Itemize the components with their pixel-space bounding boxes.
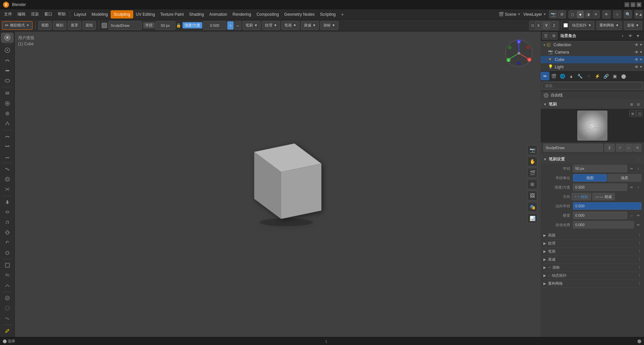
brush-name-input[interactable] xyxy=(543,144,603,152)
wireframe-mode[interactable]: ◻ xyxy=(569,11,576,18)
radius-lock-btn[interactable]: ↕ xyxy=(635,165,641,171)
autosm-value[interactable]: 0.000 xyxy=(573,221,634,228)
nav-gizmo[interactable]: Z X Y xyxy=(504,38,534,68)
render-button[interactable]: 📷 xyxy=(549,10,557,18)
left-tool-pinch[interactable] xyxy=(1,185,13,194)
menu-render[interactable]: 渲染 xyxy=(28,10,42,18)
menu-file[interactable]: 文件 xyxy=(1,10,15,18)
left-tool-thumb[interactable] xyxy=(1,228,13,237)
prop-icon-tool[interactable]: ✏ xyxy=(541,72,549,80)
left-tool-flatten[interactable] xyxy=(1,142,13,151)
workspace-layout[interactable]: Layout xyxy=(71,11,89,18)
stroke-section[interactable]: ▶ 笔画 ⋮ xyxy=(543,248,641,256)
camera-eye-icon[interactable]: 👁 xyxy=(635,50,639,55)
brush-dropdown[interactable]: 笔刷 ▼ xyxy=(243,21,261,30)
texture-dropdown[interactable]: 纹理 ▼ xyxy=(262,21,280,30)
close-button[interactable]: ✕ xyxy=(637,2,641,7)
collection-eye-icon[interactable]: 👁 xyxy=(635,43,639,47)
brush-section-header[interactable]: ▼ 笔刷 ⊞ ⊟ xyxy=(541,99,644,109)
hardness-expand-btn[interactable]: ↔ xyxy=(629,212,635,218)
left-tool-crease[interactable] xyxy=(1,119,13,128)
radius-value[interactable]: 50 px xyxy=(155,21,175,30)
outliner-icon-btn[interactable]: ☰ xyxy=(542,32,549,40)
solid-mode[interactable]: ● xyxy=(577,11,584,18)
face-button[interactable]: 面组 xyxy=(83,21,96,30)
minus-button[interactable]: – xyxy=(234,21,241,30)
mask-button[interactable]: 遮罩 xyxy=(68,21,81,30)
left-tool-smooth[interactable] xyxy=(1,131,13,141)
workspace-geometry-nodes[interactable]: Geometry Nodes xyxy=(281,11,317,18)
brush-delete-btn[interactable]: ✕ xyxy=(633,144,641,152)
left-tool-clay-strips[interactable] xyxy=(1,66,13,75)
brush-settings-header[interactable]: ▼ 笔刷设置 ⋮ xyxy=(541,154,644,164)
dyntopo-section[interactable]: ▶ □ 动态拓扑 ⋮ xyxy=(543,272,641,280)
view-toggle-btn[interactable]: 视图 xyxy=(573,174,607,182)
hierarchy-cube[interactable]: ▼ Cube 👁 ● xyxy=(541,56,644,63)
left-tool-layer[interactable] xyxy=(1,88,13,98)
left-tool-blob[interactable] xyxy=(1,109,13,118)
scene-toggle-btn[interactable]: 场景 xyxy=(607,174,641,182)
strength-prop-value[interactable]: 0.500 xyxy=(573,184,627,191)
falloff-dropdown[interactable]: 衰减 ▼ xyxy=(301,21,319,30)
collection-camera-icon[interactable]: ● xyxy=(640,43,642,47)
viewlayer-selector[interactable]: ViewLayer ▼ xyxy=(523,12,546,17)
normal-radius-value[interactable]: 0.500 xyxy=(573,202,641,210)
left-tool-snake-hook[interactable] xyxy=(1,217,13,227)
options-dropdown[interactable]: 选项 ▼ xyxy=(624,21,642,30)
material-mode[interactable]: ◑ xyxy=(584,11,592,18)
photo-btn[interactable]: 🖼 xyxy=(527,191,537,201)
workspace-modeling[interactable]: Modeling xyxy=(89,11,111,18)
strength-value[interactable]: 0.500 xyxy=(203,21,226,30)
hierarchy-light[interactable]: 💡 Light 👁 ● xyxy=(541,63,644,71)
coord-z[interactable]: Z xyxy=(551,22,558,29)
hardness-value[interactable]: 0.000 xyxy=(573,212,627,219)
stroke-dropdown[interactable]: 笔画 ▼ xyxy=(281,21,300,30)
strength-edit-btn[interactable]: ✏ xyxy=(629,184,635,190)
scene-selector[interactable]: 🎬 Scene ▼ xyxy=(498,12,521,17)
prop-icon-constraints[interactable]: 🔗 xyxy=(602,72,610,80)
cube-eye-icon[interactable]: 👁 xyxy=(635,57,639,62)
video-btn[interactable]: 🎬 xyxy=(527,168,537,178)
left-tool-clay[interactable] xyxy=(1,56,13,65)
maximize-button[interactable]: □ xyxy=(631,2,635,7)
radius-label[interactable]: 半径 xyxy=(143,22,155,28)
pan-btn[interactable]: ✋ xyxy=(527,156,537,166)
left-tool-scrape[interactable] xyxy=(1,164,13,174)
sculpt-button[interactable]: 雕刻 xyxy=(53,21,66,30)
active-tool-indicator[interactable] xyxy=(1,33,13,43)
hardness-edit-btn[interactable]: ✏ xyxy=(635,212,641,218)
mode-selector[interactable]: ✏ 雕刻模式 ▼ xyxy=(2,21,33,30)
viewport[interactable]: 用户透视 (1) Cube xyxy=(15,31,541,337)
falloff-section[interactable]: ▶ 衰减 ⋮ xyxy=(543,256,641,264)
left-tool-rotate[interactable] xyxy=(1,238,13,247)
left-tool-fill[interactable] xyxy=(1,152,13,161)
prop-icon-scene[interactable]: 🎬 xyxy=(549,72,558,80)
workspace-compositing[interactable]: Compositing xyxy=(254,11,282,18)
collection-expand-icon[interactable]: ▼ xyxy=(543,43,547,47)
plus-add-btn[interactable]: + + 相加 xyxy=(572,193,591,200)
brush-settings-more-btn[interactable]: ⋮ xyxy=(635,156,641,162)
remesh-dropdown[interactable]: 重构网格 ▼ xyxy=(596,21,622,30)
advanced-section[interactable]: ▶ 高级 ⋮ xyxy=(543,231,641,239)
menu-edit[interactable]: 编辑 xyxy=(15,10,28,18)
prop-icon-particles[interactable]: ⁘ xyxy=(584,72,593,80)
left-tool-annotation[interactable] xyxy=(1,326,13,336)
preview-expand-btn[interactable]: ⊞ xyxy=(629,110,636,117)
dyntopo-checkbox[interactable] xyxy=(564,23,568,27)
prop-icon-material[interactable]: ⬤ xyxy=(619,72,628,80)
left-tool-mask[interactable] xyxy=(1,293,13,303)
grid-btn[interactable]: ⊞ xyxy=(527,179,537,189)
brush-section-collapse[interactable]: ⊟ xyxy=(635,101,641,107)
filter-scene-btn[interactable]: ▼ xyxy=(635,32,641,39)
search-button[interactable]: 🔍 xyxy=(624,10,632,18)
left-tool-draw-sharp[interactable] xyxy=(1,46,13,55)
left-tool-cloth[interactable] xyxy=(1,271,13,280)
overlay-button[interactable]: 👁 xyxy=(602,10,610,18)
camera-render-icon[interactable]: ● xyxy=(640,50,642,55)
brush-color-dot[interactable] xyxy=(102,23,107,28)
prop-icon-data[interactable]: ▣ xyxy=(610,72,619,80)
light-eye-icon[interactable]: 👁 xyxy=(635,65,639,69)
add-workspace-button[interactable]: + xyxy=(338,10,346,18)
left-tool-boundary[interactable] xyxy=(1,261,13,270)
hierarchy-collection[interactable]: ▼ ◱ Collection 👁 ● xyxy=(541,41,644,49)
